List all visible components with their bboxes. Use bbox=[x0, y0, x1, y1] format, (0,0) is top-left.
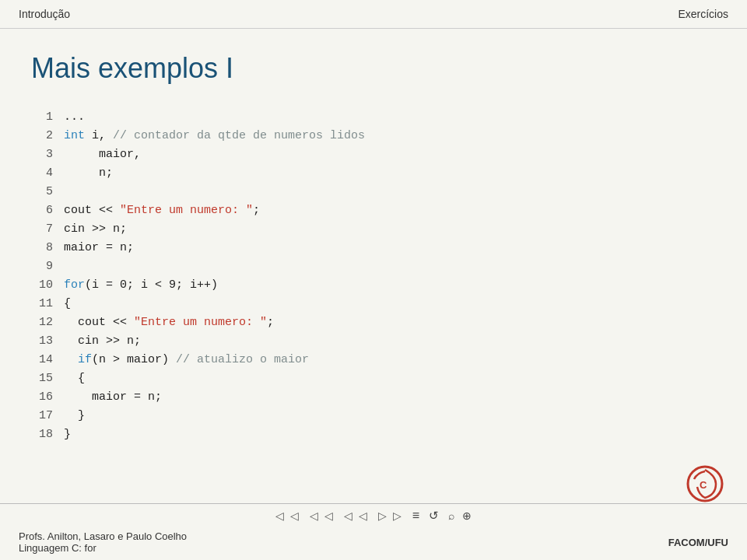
slide-content: Mais exemplos I 1 ... 2 int i, // contad… bbox=[0, 29, 747, 452]
nav-right-label: Exercícios bbox=[678, 8, 728, 20]
nav-left-label: Introdução bbox=[19, 8, 70, 20]
code-line-11: 11 { bbox=[31, 295, 716, 313]
code-line-7: 7 cin >> n; bbox=[31, 220, 716, 239]
line-num-17: 17 bbox=[31, 407, 53, 425]
line-num-13: 13 bbox=[31, 332, 53, 351]
bottom-bar: ◁ ◁ ◁ ◁ ◁ ◁ ▷ ▷ ≡ ↺ ⌕ ⊕ Profs. Anilton, … bbox=[0, 503, 747, 560]
nav-prev-prev-icon[interactable]: ◁ bbox=[275, 509, 284, 522]
nav-chapter-prev2-icon[interactable]: ◁ bbox=[359, 509, 367, 522]
code-line-17: 17 } bbox=[31, 407, 716, 425]
code-content-8: maior = n; bbox=[64, 239, 134, 257]
professor-label: Profs. Anilton, Lasaro e Paulo Coelho bbox=[19, 530, 187, 542]
svg-text:C: C bbox=[700, 479, 707, 491]
code-line-3: 3 maior, bbox=[31, 145, 716, 164]
course-label: Linguagem C: for bbox=[19, 542, 187, 554]
code-content-14: if(n > maior) // atualizo o maior bbox=[64, 351, 309, 369]
code-block: 1 ... 2 int i, // contador da qtde de nu… bbox=[31, 108, 716, 444]
bottom-info-bar: Profs. Anilton, Lasaro e Paulo Coelho Li… bbox=[0, 527, 747, 560]
line-num-15: 15 bbox=[31, 369, 53, 388]
slide-navigation: ◁ ◁ ◁ ◁ ◁ ◁ ▷ ▷ ≡ ↺ ⌕ ⊕ bbox=[0, 504, 747, 527]
nav-chapter-prev-icon[interactable]: ◁ bbox=[344, 509, 352, 522]
nav-section-prev2-icon[interactable]: ◁ bbox=[324, 509, 333, 522]
top-navigation: Introdução Exercícios bbox=[0, 0, 747, 29]
code-line-14: 14 if(n > maior) // atualizo o maior bbox=[31, 351, 716, 369]
line-num-12: 12 bbox=[31, 313, 53, 332]
line-num-9: 9 bbox=[31, 257, 53, 276]
line-num-10: 10 bbox=[31, 276, 53, 295]
nav-menu-icon[interactable]: ≡ bbox=[412, 509, 419, 523]
code-content-10: for(i = 0; i < 9; i++) bbox=[64, 276, 218, 295]
line-num-6: 6 bbox=[31, 201, 53, 220]
code-line-15: 15 { bbox=[31, 369, 716, 388]
code-content-16: maior = n; bbox=[64, 388, 162, 407]
code-line-2: 2 int i, // contador da qtde de numeros … bbox=[31, 127, 716, 145]
code-content-5 bbox=[64, 183, 71, 201]
code-content-7: cin >> n; bbox=[64, 220, 127, 239]
nav-zoom-icon[interactable]: ⊕ bbox=[462, 509, 472, 522]
code-line-18: 18 } bbox=[31, 425, 716, 444]
code-line-10: 10 for(i = 0; i < 9; i++) bbox=[31, 276, 716, 295]
code-line-6: 6 cout << "Entre um numero: "; bbox=[31, 201, 716, 220]
code-line-9: 9 bbox=[31, 257, 716, 276]
code-content-11: { bbox=[64, 295, 71, 313]
code-content-17: } bbox=[64, 407, 85, 425]
code-content-12: cout << "Entre um numero: "; bbox=[64, 313, 274, 332]
nav-section-prev-icon[interactable]: ◁ bbox=[310, 509, 318, 522]
code-line-13: 13 cin >> n; bbox=[31, 332, 716, 351]
line-num-14: 14 bbox=[31, 351, 53, 369]
line-num-16: 16 bbox=[31, 388, 53, 407]
facom-logo: C bbox=[686, 465, 724, 506]
institution-label: FACOM/UFU bbox=[668, 537, 728, 548]
nav-prev-icon[interactable]: ◁ bbox=[290, 509, 299, 522]
line-num-18: 18 bbox=[31, 425, 53, 444]
code-content-13: cin >> n; bbox=[64, 332, 141, 351]
line-num-7: 7 bbox=[31, 220, 53, 239]
nav-chapter-next2-icon[interactable]: ▷ bbox=[378, 509, 387, 522]
bottom-left-info: Profs. Anilton, Lasaro e Paulo Coelho Li… bbox=[19, 530, 187, 554]
code-line-8: 8 maior = n; bbox=[31, 239, 716, 257]
line-num-11: 11 bbox=[31, 295, 53, 313]
line-num-8: 8 bbox=[31, 239, 53, 257]
code-line-16: 16 maior = n; bbox=[31, 388, 716, 407]
line-num-3: 3 bbox=[31, 145, 53, 164]
code-content-1: ... bbox=[64, 108, 85, 127]
nav-chapter-next-icon[interactable]: ▷ bbox=[393, 509, 402, 522]
code-content-2: int i, // contador da qtde de numeros li… bbox=[64, 127, 365, 145]
line-num-4: 4 bbox=[31, 164, 53, 183]
slide-title: Mais exemplos I bbox=[31, 52, 716, 85]
nav-search-icon[interactable]: ⌕ bbox=[448, 509, 454, 522]
code-line-4: 4 n; bbox=[31, 164, 716, 183]
code-content-6: cout << "Entre um numero: "; bbox=[64, 201, 260, 220]
code-content-18: } bbox=[64, 425, 71, 444]
line-num-5: 5 bbox=[31, 183, 53, 201]
code-content-15: { bbox=[64, 369, 85, 388]
code-content-3: maior, bbox=[64, 145, 141, 164]
code-line-1: 1 ... bbox=[31, 108, 716, 127]
code-line-5: 5 bbox=[31, 183, 716, 201]
line-num-2: 2 bbox=[31, 127, 53, 145]
code-content-9 bbox=[64, 257, 71, 276]
code-line-12: 12 cout << "Entre um numero: "; bbox=[31, 313, 716, 332]
line-num-1: 1 bbox=[31, 108, 53, 127]
nav-refresh-icon[interactable]: ↺ bbox=[429, 509, 439, 523]
code-content-4: n; bbox=[64, 164, 113, 183]
